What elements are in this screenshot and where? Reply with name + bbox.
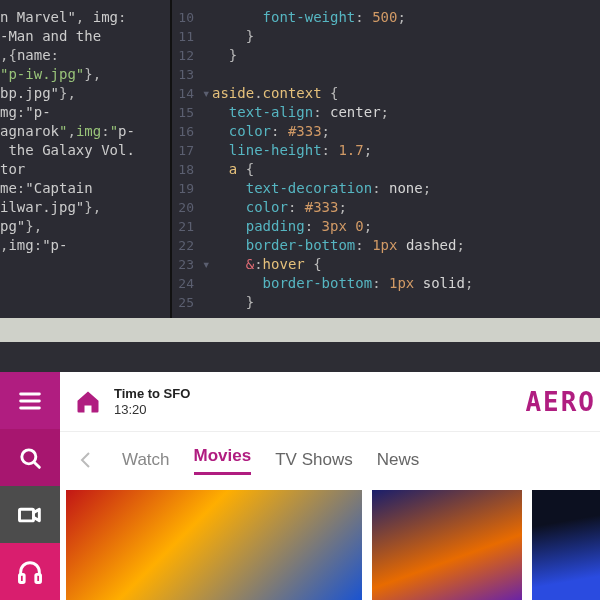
destination-time: 13:20	[114, 402, 190, 418]
search-icon[interactable]	[0, 429, 60, 486]
aero-app: Time to SFO 13:20 AERO Watch Movies TV S…	[0, 372, 600, 600]
svg-rect-1	[20, 509, 34, 521]
tab-tvshows[interactable]: TV Shows	[275, 450, 352, 470]
poster-3[interactable]	[532, 490, 600, 600]
app-sidebar	[0, 372, 60, 600]
breadcrumb[interactable]: Watch	[122, 450, 170, 470]
tab-movies[interactable]: Movies	[194, 446, 252, 475]
editor-right-pane[interactable]: 10 font-weight: 500;11 }12 }13 14▾aside.…	[172, 0, 600, 318]
tab-news[interactable]: News	[377, 450, 420, 470]
menu-icon[interactable]	[0, 372, 60, 429]
destination-block: Time to SFO 13:20	[114, 386, 190, 417]
app-topbar: Time to SFO 13:20 AERO	[60, 372, 600, 432]
poster-row[interactable]	[60, 488, 600, 600]
headphones-icon[interactable]	[0, 543, 60, 600]
chevron-left-icon[interactable]	[74, 448, 98, 472]
home-icon[interactable]	[74, 388, 102, 416]
app-content: Time to SFO 13:20 AERO Watch Movies TV S…	[60, 372, 600, 600]
brand-logo: AERO	[525, 387, 596, 417]
destination-label: Time to SFO	[114, 386, 190, 402]
poster-1[interactable]	[66, 490, 362, 600]
separator-dark	[0, 342, 600, 372]
svg-rect-3	[36, 574, 41, 582]
poster-2[interactable]	[372, 490, 522, 600]
video-icon[interactable]	[0, 486, 60, 543]
svg-rect-2	[20, 574, 25, 582]
app-tabbar: Watch Movies TV Shows News	[60, 432, 600, 488]
separator-light	[0, 318, 600, 342]
code-editor-split: n Marvel", img:-Man and the,{name:"p-iw.…	[0, 0, 600, 318]
editor-left-pane[interactable]: n Marvel", img:-Man and the,{name:"p-iw.…	[0, 0, 172, 318]
